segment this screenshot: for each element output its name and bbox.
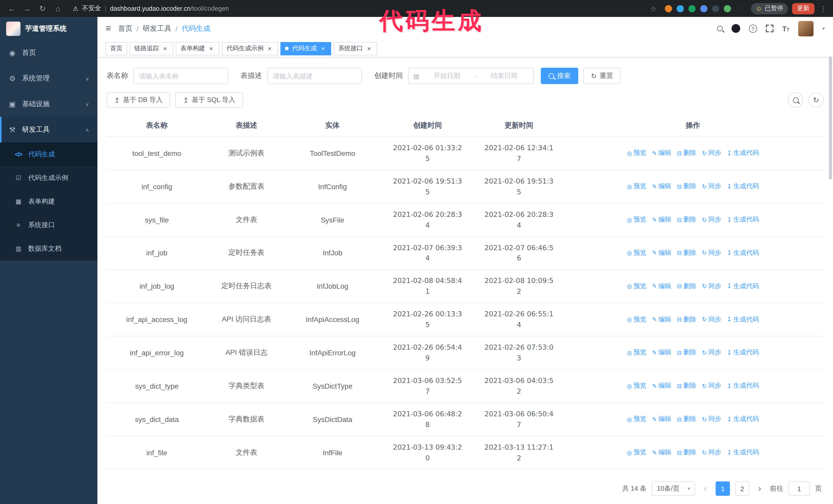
tab-codegen[interactable]: 代码生成× xyxy=(280,42,331,55)
shield-extension-icon[interactable] xyxy=(665,5,672,12)
close-icon[interactable]: × xyxy=(365,45,373,52)
import-db-button[interactable]: ↥基于 DB 导入 xyxy=(106,92,170,108)
generate-code-link[interactable]: ↧生成代码 xyxy=(727,448,759,457)
preview-link[interactable]: ◎预览 xyxy=(627,282,646,291)
preview-link[interactable]: ◎预览 xyxy=(627,448,646,457)
generate-code-link[interactable]: ↧生成代码 xyxy=(727,415,759,424)
date-range-picker[interactable]: ▦ 开始日期 - 结束日期 xyxy=(408,68,533,84)
tab-home[interactable]: 首页 xyxy=(105,42,127,55)
edit-link[interactable]: ✎编辑 xyxy=(652,182,671,191)
sidebar-subitem-api[interactable]: ≡系统接口 xyxy=(0,213,97,237)
reset-button[interactable]: ↻重置 xyxy=(584,68,621,84)
breadcrumb-item-devtools[interactable]: 研发工具 xyxy=(143,24,171,33)
sync-link[interactable]: ↻同步 xyxy=(702,382,721,390)
delete-link[interactable]: ⊟删除 xyxy=(677,282,696,291)
browser-update-button[interactable]: 更新 xyxy=(792,3,814,14)
sync-link[interactable]: ↻同步 xyxy=(702,249,721,257)
scrollbar[interactable] xyxy=(829,56,832,179)
edit-link[interactable]: ✎编辑 xyxy=(652,448,671,457)
delete-link[interactable]: ⊟删除 xyxy=(677,349,696,357)
delete-link[interactable]: ⊟删除 xyxy=(677,149,696,158)
browser-reload-icon[interactable]: ↻ xyxy=(37,3,48,14)
delete-link[interactable]: ⊟删除 xyxy=(677,182,696,191)
generate-code-link[interactable]: ↧生成代码 xyxy=(727,182,759,191)
sidebar-item-home[interactable]: ◉首页 xyxy=(0,40,97,66)
edit-link[interactable]: ✎编辑 xyxy=(652,315,671,324)
sidebar-item-system[interactable]: ⚙系统管理∨ xyxy=(0,66,97,91)
next-page-button[interactable]: › xyxy=(755,481,765,496)
refresh-table-button[interactable]: ↻ xyxy=(808,92,824,108)
prev-page-button[interactable]: ‹ xyxy=(700,481,711,496)
sync-link[interactable]: ↻同步 xyxy=(702,315,721,324)
edit-link[interactable]: ✎编辑 xyxy=(652,415,671,424)
generate-code-link[interactable]: ↧生成代码 xyxy=(727,149,759,158)
sync-link[interactable]: ↻同步 xyxy=(702,349,721,357)
sidebar-subitem-form-builder[interactable]: ▦表单构建 xyxy=(0,190,97,213)
bookmark-star-icon[interactable]: ☆ xyxy=(650,4,657,13)
help-icon[interactable]: ? xyxy=(749,24,757,32)
delete-link[interactable]: ⊟删除 xyxy=(677,249,696,257)
browser-menu-icon[interactable]: ⋮ xyxy=(820,4,827,13)
address-bar[interactable]: ⚠ 不安全 | dashboard.yudao.iocoder.cn/tool/… xyxy=(73,4,657,13)
breadcrumb-item-codegen[interactable]: 代码生成 xyxy=(182,24,210,33)
sidebar-subitem-codegen-demo[interactable]: ☑代码生成示例 xyxy=(0,166,97,190)
tab-codegen-demo[interactable]: 代码生成示例× xyxy=(222,42,278,55)
tab-form-builder[interactable]: 表单构建× xyxy=(176,42,219,55)
sync-link[interactable]: ↻同步 xyxy=(702,282,721,291)
sync-link[interactable]: ↻同步 xyxy=(702,182,721,191)
hamburger-icon[interactable]: ≡ xyxy=(105,23,111,34)
app-logo[interactable]: 芋道管理系统 xyxy=(0,17,97,40)
browser-back-icon[interactable]: ← xyxy=(6,3,18,14)
browser-home-icon[interactable]: ⌂ xyxy=(52,3,64,14)
preview-link[interactable]: ◎预览 xyxy=(627,249,646,257)
sync-link[interactable]: ↻同步 xyxy=(702,149,721,158)
edit-link[interactable]: ✎编辑 xyxy=(652,282,671,291)
preview-link[interactable]: ◎预览 xyxy=(627,349,646,357)
import-sql-button[interactable]: ↥基于 SQL 导入 xyxy=(175,92,243,108)
close-icon[interactable]: × xyxy=(319,45,327,52)
browser-forward-icon[interactable]: → xyxy=(22,3,33,14)
edit-link[interactable]: ✎编辑 xyxy=(652,249,671,257)
people-extension-icon[interactable] xyxy=(700,5,707,12)
generate-code-link[interactable]: ↧生成代码 xyxy=(727,382,759,390)
page-button-1[interactable]: 1 xyxy=(716,481,730,496)
close-icon[interactable]: × xyxy=(208,45,215,52)
preview-link[interactable]: ◎预览 xyxy=(627,415,646,424)
user-avatar[interactable] xyxy=(798,21,813,36)
drop-extension-icon[interactable] xyxy=(676,5,684,12)
font-size-icon[interactable]: TT xyxy=(782,24,789,32)
tab-tracer[interactable]: 链路追踪× xyxy=(130,42,173,55)
sync-link[interactable]: ↻同步 xyxy=(702,448,721,457)
leaf-extension-icon[interactable] xyxy=(723,5,731,12)
search-button[interactable]: 搜索 xyxy=(541,68,578,84)
table-name-input[interactable] xyxy=(133,68,228,84)
preview-link[interactable]: ◎预览 xyxy=(627,315,646,324)
toggle-search-button[interactable] xyxy=(788,92,803,108)
table-desc-input[interactable] xyxy=(267,68,362,84)
generate-code-link[interactable]: ↧生成代码 xyxy=(727,315,759,324)
sync-link[interactable]: ↻同步 xyxy=(702,215,721,224)
delete-link[interactable]: ⊟删除 xyxy=(677,315,696,324)
delete-link[interactable]: ⊟删除 xyxy=(677,382,696,390)
check-extension-icon[interactable] xyxy=(688,5,695,12)
sidebar-item-infra[interactable]: ▣基础设施∨ xyxy=(0,91,97,117)
github-icon[interactable] xyxy=(732,24,740,33)
sync-link[interactable]: ↻同步 xyxy=(702,415,721,424)
search-icon[interactable] xyxy=(717,26,723,31)
caret-down-icon[interactable]: ▾ xyxy=(822,26,825,31)
preview-link[interactable]: ◎预览 xyxy=(627,382,646,390)
fullscreen-icon[interactable] xyxy=(766,25,774,32)
preview-link[interactable]: ◎预览 xyxy=(627,182,646,191)
tab-api[interactable]: 系统接口× xyxy=(334,42,377,55)
delete-link[interactable]: ⊟删除 xyxy=(677,448,696,457)
breadcrumb-item-home[interactable]: 首页 xyxy=(118,24,133,33)
edit-link[interactable]: ✎编辑 xyxy=(652,215,671,224)
delete-link[interactable]: ⊟删除 xyxy=(677,215,696,224)
page-button-2[interactable]: 2 xyxy=(735,481,749,496)
page-size-select[interactable]: 10条/页 ▾ xyxy=(652,481,695,496)
goto-page-input[interactable] xyxy=(788,481,810,496)
generate-code-link[interactable]: ↧生成代码 xyxy=(727,282,759,291)
sidebar-subitem-codegen[interactable]: </>代码生成 xyxy=(0,143,97,166)
close-icon[interactable]: × xyxy=(266,45,273,52)
edit-link[interactable]: ✎编辑 xyxy=(652,149,671,158)
